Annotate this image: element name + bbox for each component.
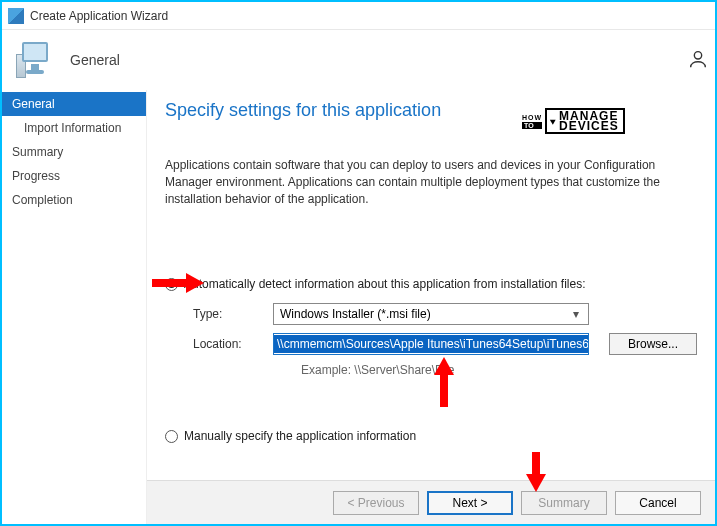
- window-title: Create Application Wizard: [30, 9, 168, 23]
- next-button[interactable]: Next >: [427, 491, 513, 515]
- sidebar-item-import-information[interactable]: Import Information: [2, 116, 146, 140]
- sidebar-item-label: General: [12, 97, 55, 111]
- location-label: Location:: [193, 337, 273, 351]
- user-icon: [687, 48, 709, 73]
- page-description: Applications contain software that you c…: [165, 157, 697, 207]
- previous-button: < Previous: [333, 491, 419, 515]
- summary-button: Summary: [521, 491, 607, 515]
- cancel-button[interactable]: Cancel: [615, 491, 701, 515]
- radio-auto-detect[interactable]: Automatically detect information about t…: [165, 277, 697, 291]
- svg-point-0: [694, 52, 701, 59]
- radio-manual-label: Manually specify the application informa…: [184, 429, 416, 443]
- wizard-footer: < Previous Next > Summary Cancel: [147, 480, 715, 524]
- location-input[interactable]: \\cmmemcm\Sources\Apple Itunes\iTunes64S…: [273, 333, 589, 355]
- type-value: Windows Installer (*.msi file): [280, 307, 431, 321]
- radio-auto-label: Automatically detect information about t…: [184, 277, 586, 291]
- sidebar-item-label: Summary: [12, 145, 63, 159]
- titlebar: Create Application Wizard: [2, 2, 715, 30]
- watermark-logo: HOW TO MANAGE DEVICES: [522, 108, 606, 134]
- computer-icon: [16, 40, 56, 80]
- location-value: \\cmmemcm\Sources\Apple Itunes\iTunes64S…: [274, 335, 589, 353]
- chevron-down-icon: ▾: [568, 307, 584, 321]
- sidebar-item-progress[interactable]: Progress: [2, 164, 146, 188]
- radio-manual[interactable]: Manually specify the application informa…: [165, 429, 697, 443]
- sidebar-item-general[interactable]: General: [2, 92, 146, 116]
- browse-button[interactable]: Browse...: [609, 333, 697, 355]
- type-label: Type:: [193, 307, 273, 321]
- type-select[interactable]: Windows Installer (*.msi file) ▾: [273, 303, 589, 325]
- sidebar-item-summary[interactable]: Summary: [2, 140, 146, 164]
- example-text: Example: \\Server\Share\File: [301, 363, 697, 377]
- sidebar-item-label: Import Information: [24, 121, 121, 135]
- radio-icon: [165, 430, 178, 443]
- radio-icon: [165, 278, 178, 291]
- wizard-header: General: [2, 30, 715, 90]
- app-icon: [8, 8, 24, 24]
- sidebar-item-completion[interactable]: Completion: [2, 188, 146, 212]
- header-title: General: [70, 52, 120, 68]
- wizard-main: Specify settings for this application Ap…: [147, 90, 715, 524]
- wizard-sidebar: General Import Information Summary Progr…: [2, 90, 147, 524]
- sidebar-item-label: Progress: [12, 169, 60, 183]
- sidebar-item-label: Completion: [12, 193, 73, 207]
